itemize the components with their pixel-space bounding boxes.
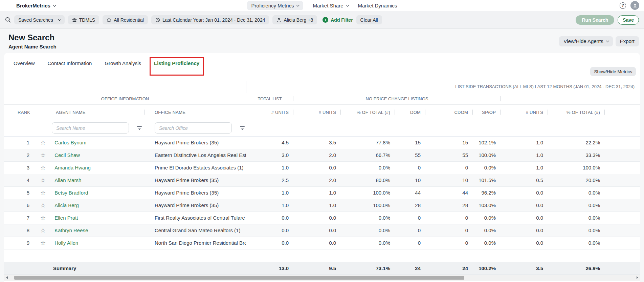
chevron-down-icon [58, 18, 61, 21]
spop-cell: 0.0% [473, 224, 501, 237]
agent-name-link[interactable]: Holly Allen [54, 240, 78, 246]
filter-chip-mls[interactable]: TDMLS [68, 15, 99, 24]
table-row: 5 ☆ Betsy Bradford Hayward Prime Brokers… [4, 186, 640, 199]
pc-pct-cell: 0.0% [548, 199, 605, 212]
cdom-cell: 0 [425, 212, 473, 224]
avatar[interactable] [630, 1, 639, 10]
col-header-spop[interactable]: SP/OP [473, 104, 501, 120]
menu-market-share[interactable]: Market Share [313, 3, 348, 8]
period-header: LIST SIDE TRANSACTIONS (ALL MLS) LAST 12… [246, 81, 640, 93]
agent-name-link[interactable]: Cecil Shaw [54, 152, 80, 158]
person-icon [632, 3, 638, 8]
chevron-down-icon [296, 3, 300, 6]
col-header-agent-name[interactable]: AGENT NAME [36, 104, 145, 120]
tab-contact-information[interactable]: Contact Information [48, 60, 92, 72]
saved-searches-dropdown[interactable]: Saved Searches [14, 15, 65, 24]
help-icon[interactable]: ? [620, 2, 626, 9]
star-icon[interactable]: ☆ [40, 152, 46, 158]
rank-cell: 4 [4, 174, 36, 186]
agent-name-link[interactable]: Kathryn Reese [54, 227, 88, 233]
dom-cell: 10 [395, 174, 425, 186]
col-header-npc-pct[interactable]: % OF TOTAL (#) [341, 104, 395, 120]
filter-chip-property-type[interactable]: All Residential [103, 15, 148, 24]
run-search-button[interactable]: Run Search [576, 15, 614, 25]
office-name-cell: Eastern Distinctive Los Angeles Real Est… [145, 149, 246, 161]
star-icon[interactable]: ☆ [40, 190, 46, 196]
filter-icon[interactable] [136, 125, 143, 131]
person-icon [276, 18, 281, 22]
npc-units-cell: 1.0 [293, 186, 341, 199]
cdom-cell: 0 [425, 224, 473, 237]
dom-cell: 0 [395, 237, 425, 249]
scrollbar-thumb[interactable] [14, 276, 464, 280]
office-name-cell: Hayward Prime Brokers (35) [145, 174, 246, 186]
horizontal-scrollbar [4, 275, 640, 281]
agent-name-link[interactable]: Betsy Bradford [54, 190, 88, 196]
agent-name-link[interactable]: Alicia Berg [54, 202, 79, 208]
tab-overview[interactable]: Overview [14, 60, 35, 72]
page-header: New Search Agent Name Search View/Hide A… [0, 29, 644, 53]
npc-pct-cell: 77.8% [341, 136, 395, 149]
rank-cell: 1 [4, 136, 36, 149]
scroll-right-arrow[interactable] [635, 275, 640, 281]
top-nav: BrokerMetrics Proficiency Metrics Market… [0, 0, 644, 11]
col-header-dom[interactable]: DOM [395, 104, 425, 120]
col-header-office-name[interactable]: OFFICE NAME [145, 104, 246, 120]
star-icon[interactable]: ☆ [40, 227, 46, 234]
scrollbar-track[interactable] [9, 275, 635, 281]
show-hide-metrics-button[interactable]: Show/Hide Metrics [590, 67, 636, 76]
agent-name-link[interactable]: Ellen Pratt [54, 215, 78, 221]
col-header-npc-units[interactable]: # UNITS [293, 104, 341, 120]
star-icon[interactable]: ☆ [40, 177, 46, 183]
col-header-pc-pct[interactable]: % OF TOTAL (#) [548, 104, 605, 120]
agent-name-link[interactable]: Amanda Hwang [54, 165, 91, 170]
spop-cell: 0.0% [473, 212, 501, 224]
cdom-cell: 28 [425, 199, 473, 212]
spop-cell: 0.0% [473, 237, 501, 249]
star-icon[interactable]: ☆ [40, 215, 46, 221]
star-icon[interactable]: ☆ [40, 165, 46, 171]
tab-bar: Overview Contact Information Growth Anal… [4, 53, 640, 72]
search-icon[interactable] [5, 17, 11, 23]
filter-chip-agents[interactable]: Alicia Berg +8 [272, 15, 317, 24]
cdom-cell: 55 [425, 149, 473, 161]
office-name-cell: Central Grand San Mateo Realtors (1) [145, 224, 246, 237]
add-filter-button[interactable]: + Add Filter [323, 17, 353, 23]
scroll-left-arrow[interactable] [4, 275, 9, 281]
col-header-pc-units[interactable]: # UNITS [501, 104, 548, 120]
table-row: 1 ☆ Carlos Bynum Hayward Prime Brokers (… [4, 136, 640, 149]
menu-proficiency-metrics[interactable]: Proficiency Metrics [247, 1, 304, 10]
col-header-cdom[interactable]: CDOM [425, 104, 473, 120]
agent-name-link[interactable]: Allan Marsh [54, 177, 81, 183]
filter-icon[interactable] [239, 125, 246, 131]
menu-market-dynamics[interactable]: Market Dynamics [358, 3, 397, 8]
clear-all-button[interactable]: Clear All [356, 15, 382, 24]
star-icon[interactable]: ☆ [40, 140, 46, 146]
dom-cell: 0 [395, 161, 425, 174]
summary-npc-units: 9.5 [293, 262, 341, 275]
view-hide-agents-button[interactable]: View/Hide Agents [559, 36, 613, 46]
brand-menu[interactable]: BrokerMetrics [16, 3, 55, 8]
star-icon[interactable]: ☆ [40, 240, 46, 246]
total-units-cell: 0.0 [246, 224, 293, 237]
agent-name-link[interactable]: Carlos Bynum [54, 140, 86, 145]
col-header-rank[interactable]: RANK [4, 104, 36, 120]
star-icon[interactable]: ☆ [40, 202, 46, 208]
npc-pct-cell: 0.0% [341, 224, 395, 237]
dom-cell: 28 [395, 199, 425, 212]
npc-pct-cell: 0.0% [341, 161, 395, 174]
col-header-total-units[interactable]: # UNITS [246, 104, 293, 120]
search-office-input[interactable] [155, 122, 232, 134]
cdom-cell: 44 [425, 186, 473, 199]
export-button[interactable]: Export [616, 36, 639, 46]
pc-pct-cell: 33.3% [548, 149, 605, 161]
tab-listing-proficiency[interactable]: Listing Proficiency [154, 60, 199, 72]
rank-cell: 3 [4, 161, 36, 174]
group-total-list: TOTAL LIST [246, 93, 293, 104]
cdom-cell: 15 [425, 136, 473, 149]
table-row: 6 ☆ Alicia Berg Hayward Prime Brokers (3… [4, 199, 640, 212]
filter-chip-date-range[interactable]: Last Calendar Year: Jan 01, 2024 - Dec 3… [151, 15, 269, 24]
save-button[interactable]: Save [618, 15, 639, 25]
tab-growth-analysis[interactable]: Growth Analysis [105, 60, 141, 72]
search-name-input[interactable] [52, 122, 129, 134]
